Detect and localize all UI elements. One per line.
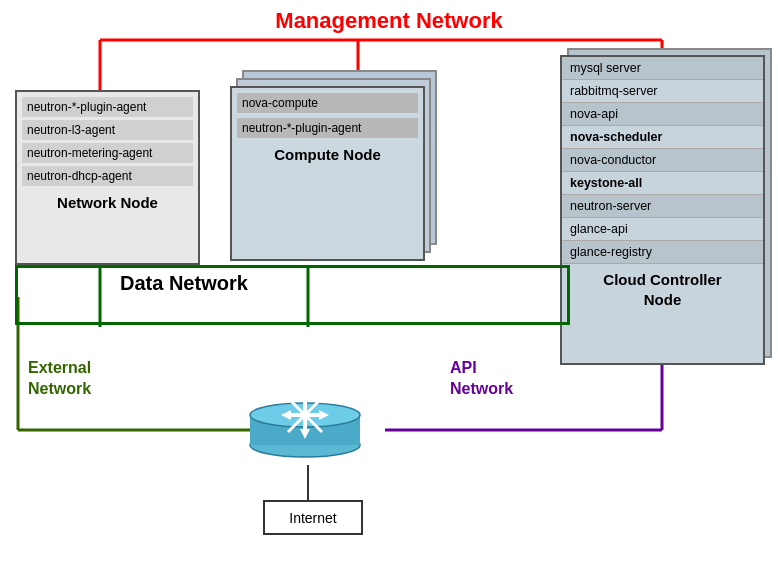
diagram-container: Management Network neutron-*-plugin-agen…: [0, 0, 778, 569]
compute-node-label: Compute Node: [237, 146, 418, 163]
network-node-service-3: neutron-dhcp-agent: [22, 166, 193, 186]
network-node-service-0: neutron-*-plugin-agent: [22, 97, 193, 117]
data-network-label: Data Network: [120, 272, 248, 295]
network-node-box: neutron-*-plugin-agent neutron-l3-agent …: [15, 90, 200, 265]
network-node-label: Network Node: [22, 194, 193, 211]
cloud-service-7: glance-api: [562, 218, 763, 241]
internet-box: Internet: [263, 500, 363, 535]
external-network-label: ExternalNetwork: [28, 358, 91, 400]
svg-marker-16: [300, 391, 310, 401]
cloud-service-8: glance-registry: [562, 241, 763, 264]
cloud-controller-label: Cloud ControllerNode: [562, 264, 763, 315]
cloud-service-5: keystone-all: [562, 172, 763, 195]
compute-node-stack: nova-compute neutron-*-plugin-agent Comp…: [230, 70, 440, 270]
cloud-controller-box: mysql server rabbitmq-server nova-api no…: [560, 55, 765, 365]
api-network-label: APINetwork: [450, 358, 513, 400]
compute-service-1: neutron-*-plugin-agent: [237, 118, 418, 138]
network-node-service-1: neutron-l3-agent: [22, 120, 193, 140]
cloud-service-0: mysql server: [562, 57, 763, 80]
network-node-service-2: neutron-metering-agent: [22, 143, 193, 163]
compute-service-0: nova-compute: [237, 93, 418, 113]
cloud-service-1: rabbitmq-server: [562, 80, 763, 103]
cloud-service-6: neutron-server: [562, 195, 763, 218]
data-network-box: [15, 265, 570, 325]
cloud-service-4: nova-conductor: [562, 149, 763, 172]
cloud-service-2: nova-api: [562, 103, 763, 126]
compute-node-box: nova-compute neutron-*-plugin-agent Comp…: [230, 86, 425, 261]
router-icon: [240, 385, 370, 465]
cloud-service-3: nova-scheduler: [562, 126, 763, 149]
management-network-label: Management Network: [275, 8, 502, 34]
